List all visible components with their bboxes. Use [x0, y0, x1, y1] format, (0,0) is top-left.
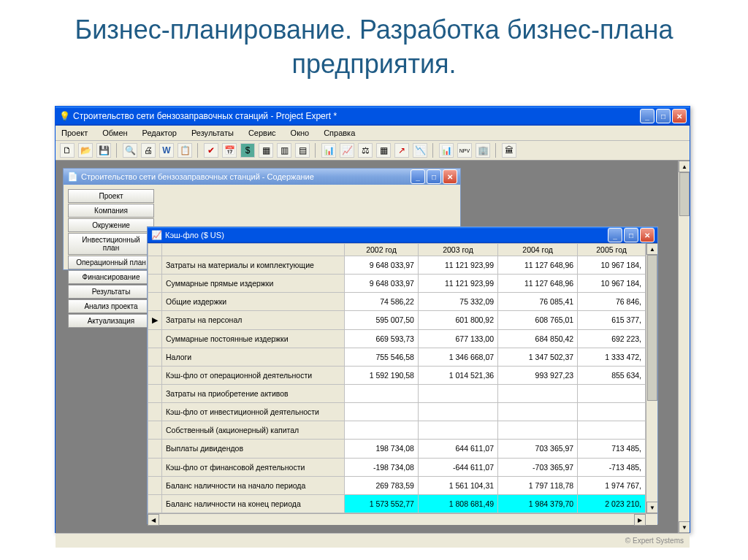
col-header[interactable]: 2005 год	[578, 244, 646, 256]
cell-value[interactable]: 10 967 184,	[578, 275, 646, 293]
chart-icon[interactable]: ↗	[394, 143, 409, 158]
mdi-vscroll[interactable]: ▲ ▼	[678, 161, 690, 533]
nav-investment[interactable]: Инвестиционный план	[68, 233, 154, 255]
cell-value[interactable]: -644 611,07	[418, 458, 497, 476]
cell-value[interactable]: 76 846,	[578, 293, 646, 311]
cell-value[interactable]: 1 797 118,78	[498, 476, 578, 494]
preview-icon[interactable]: 🔍	[123, 143, 137, 158]
cell-value[interactable]: 9 648 033,97	[345, 275, 419, 293]
cell-value[interactable]: -703 365,97	[498, 458, 578, 476]
cell-value[interactable]: 11 121 923,99	[418, 275, 497, 293]
scroll-thumb[interactable]	[647, 255, 657, 401]
cell-value[interactable]: 9 648 033,97	[345, 256, 419, 275]
cell-value[interactable]: 74 586,22	[345, 293, 419, 311]
table-row[interactable]: Кэш-фло от инвестиционной деятельности	[148, 403, 646, 421]
cell-value[interactable]: 1 347 502,37	[498, 348, 578, 366]
table-row[interactable]: Затраты на приобретение активов	[148, 384, 646, 402]
tool-icon[interactable]: ▤	[295, 143, 310, 158]
export-icon[interactable]: 📋	[178, 143, 192, 158]
cell-value[interactable]: 11 127 648,96	[498, 275, 578, 293]
cell-value[interactable]: 669 593,73	[345, 329, 419, 348]
tool-icon[interactable]: 🏢	[476, 143, 490, 158]
cell-value[interactable]: 692 223,	[578, 329, 646, 348]
cell-value[interactable]: 11 127 648,96	[498, 256, 578, 275]
cell-value[interactable]: 601 800,92	[418, 311, 497, 329]
minimize-button[interactable]: _	[640, 109, 654, 123]
open-icon[interactable]: 📂	[78, 143, 93, 158]
cell-value[interactable]: 1 573 552,77	[345, 494, 419, 513]
cell-value[interactable]: 1 974 767,	[578, 476, 646, 494]
currency-icon[interactable]: $	[240, 143, 255, 158]
save-icon[interactable]: 💾	[96, 143, 111, 158]
cell-value[interactable]	[578, 403, 646, 421]
scroll-up-icon[interactable]: ▲	[646, 243, 657, 255]
main-titlebar[interactable]: 💡 Строительство сети бензозаправочных ст…	[56, 107, 690, 126]
cell-value[interactable]: 644 611,07	[418, 440, 497, 458]
cell-value[interactable]: -713 485,	[578, 458, 646, 476]
grid-hscroll[interactable]: ◀ ▶	[148, 513, 657, 525]
table-row[interactable]: ▶Затраты на персонал595 007,50601 800,92…	[148, 311, 646, 329]
cell-value[interactable]: -198 734,08	[345, 458, 419, 476]
table-row[interactable]: Затраты на материалы и комплектующие9 64…	[148, 256, 646, 275]
nav-update[interactable]: Актуализация	[68, 314, 154, 328]
cell-value[interactable]	[498, 403, 578, 421]
nav-financing[interactable]: Финансирование	[68, 270, 154, 284]
menu-window[interactable]: Окно	[288, 127, 313, 139]
tool-icon[interactable]: 🏛	[502, 143, 516, 158]
tool-icon[interactable]: ▦	[376, 143, 391, 158]
content-titlebar[interactable]: 📄 Строительство сети бензозаправочных ст…	[64, 169, 460, 185]
tool-icon[interactable]: 📊	[439, 143, 454, 158]
word-icon[interactable]: W	[159, 143, 174, 158]
cell-value[interactable]: 75 332,09	[418, 293, 497, 311]
cell-value[interactable]	[418, 403, 497, 421]
close-button[interactable]: ✕	[443, 169, 457, 184]
print-icon[interactable]: 🖨	[141, 143, 156, 158]
cell-value[interactable]	[578, 384, 646, 402]
nav-company[interactable]: Компания	[68, 204, 154, 218]
cell-value[interactable]	[345, 384, 419, 402]
cell-value[interactable]: 684 850,42	[498, 329, 578, 348]
cell-value[interactable]: 755 546,58	[345, 348, 419, 366]
scroll-left-icon[interactable]: ◀	[148, 514, 159, 526]
tool-icon[interactable]: 📊	[321, 143, 336, 158]
menu-help[interactable]: Справка	[321, 127, 358, 139]
calendar-icon[interactable]: 📅	[222, 143, 237, 158]
maximize-button[interactable]: □	[656, 109, 671, 123]
menu-editor[interactable]: Редактор	[140, 127, 180, 139]
cell-value[interactable]: 2 023 210,	[578, 494, 646, 513]
nav-analysis[interactable]: Анализ проекта	[68, 299, 154, 313]
nav-operational[interactable]: Операционный план	[68, 256, 154, 269]
cell-value[interactable]: 608 765,01	[498, 311, 578, 329]
cell-value[interactable]: 269 783,59	[345, 476, 419, 494]
maximize-button[interactable]: □	[427, 169, 441, 184]
nav-results[interactable]: Результаты	[68, 285, 154, 299]
cell-value[interactable]: 595 007,50	[345, 311, 419, 329]
cell-value[interactable]: 713 485,	[578, 440, 646, 458]
cell-value[interactable]: 703 365,97	[498, 440, 578, 458]
table-row[interactable]: Собственный (акционерный) капитал	[148, 421, 646, 440]
menu-exchange[interactable]: Обмен	[99, 127, 130, 139]
scroll-right-icon[interactable]: ▶	[634, 514, 646, 526]
scroll-down-icon[interactable]: ▼	[679, 521, 690, 533]
tool-icon[interactable]: 📉	[413, 143, 427, 158]
table-row[interactable]: Налоги755 546,581 346 668,071 347 502,37…	[148, 348, 646, 366]
cell-value[interactable]: 1 014 521,36	[418, 366, 497, 384]
cell-value[interactable]	[498, 421, 578, 440]
maximize-button[interactable]: □	[624, 228, 638, 242]
menu-service[interactable]: Сервис	[245, 127, 279, 139]
grid-vscroll[interactable]: ▲ ▼	[646, 243, 657, 513]
tool-icon[interactable]: ▥	[277, 143, 291, 158]
cell-value[interactable]: 855 634,	[578, 366, 646, 384]
cell-value[interactable]: 677 133,00	[418, 329, 497, 348]
check-icon[interactable]: ✔	[204, 143, 218, 158]
cell-value[interactable]: 993 927,23	[498, 366, 578, 384]
new-icon[interactable]: 🗋	[60, 143, 75, 158]
npv-icon[interactable]: NPV	[457, 143, 472, 158]
cell-value[interactable]: 1 592 190,58	[345, 366, 419, 384]
scroll-down-icon[interactable]: ▼	[646, 502, 657, 513]
scroll-up-icon[interactable]: ▲	[679, 161, 690, 172]
close-button[interactable]: ✕	[672, 109, 687, 123]
cell-value[interactable]: 1 984 379,70	[498, 494, 578, 513]
cell-value[interactable]: 11 121 923,99	[418, 256, 497, 275]
cashflow-titlebar[interactable]: 📈 Кэш-фло ($ US) _ □ ✕	[148, 227, 657, 243]
